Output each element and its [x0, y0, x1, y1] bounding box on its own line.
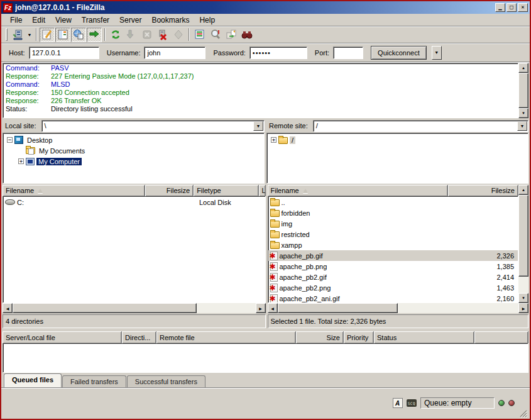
menu-bookmarks[interactable]: Bookmarks — [146, 14, 194, 26]
menu-server[interactable]: Server — [114, 14, 146, 26]
local-site-combo[interactable]: \ ▼ — [41, 120, 265, 132]
column-header-filesize[interactable]: Filesize — [145, 185, 194, 196]
toggle-remote-tree-button[interactable] — [71, 28, 86, 42]
synchronized-browsing-button[interactable] — [224, 28, 239, 42]
site-manager-dropdown[interactable]: ▼ — [26, 28, 33, 42]
toggle-transfer-queue-button[interactable] — [87, 28, 102, 42]
remote-hscrollbar[interactable]: ◀ ▶ — [268, 303, 529, 313]
file-row-selected[interactable]: apache_pb.gif2,326 — [268, 250, 518, 261]
file-row[interactable]: .. — [268, 197, 518, 207]
file-row[interactable]: img — [268, 218, 518, 229]
log-text: 150 Connection accepted — [51, 89, 129, 97]
log-scrollbar[interactable]: ▲ ▼ — [518, 63, 528, 118]
remote-tree[interactable]: + / — [266, 133, 528, 184]
scroll-left-icon[interactable]: ◀ — [3, 303, 13, 313]
local-tree[interactable]: − Desktop My Documents + My Computer — [3, 133, 265, 184]
toggle-local-tree-button[interactable] — [55, 28, 70, 42]
menu-help[interactable]: Help — [194, 14, 220, 26]
column-header-filetype[interactable]: Filetype — [194, 185, 258, 196]
remote-file-list[interactable]: .. forbidden img restricted xampp apache… — [268, 196, 519, 303]
port-input[interactable] — [333, 47, 363, 59]
host-input[interactable]: 127.0.0.1 — [29, 47, 99, 59]
file-row[interactable]: restricted — [268, 229, 518, 240]
column-header-size[interactable]: Size — [296, 331, 344, 343]
scrollbar-thumb[interactable] — [13, 303, 197, 313]
speed-limit-indicator[interactable]: SCQ — [407, 399, 417, 407]
toggle-message-log-button[interactable] — [40, 28, 55, 42]
local-list-header: Filename Filesize Filetype L — [3, 185, 266, 196]
find-files-button[interactable] — [239, 28, 255, 42]
column-header-server-local-file[interactable]: Server/Local file — [3, 331, 122, 343]
chevron-down-icon[interactable]: ▼ — [253, 121, 263, 131]
scroll-left-icon[interactable]: ◀ — [268, 303, 278, 313]
column-header-priority[interactable]: Priority — [344, 331, 374, 343]
menu-file[interactable]: File — [5, 14, 27, 26]
menu-view[interactable]: View — [50, 14, 77, 26]
tab-successful-transfers[interactable]: Successful transfers — [127, 375, 205, 387]
tree-item-root[interactable]: + / — [267, 135, 528, 145]
scroll-down-icon[interactable]: ▼ — [518, 108, 528, 118]
toolbar-grip[interactable] — [6, 28, 8, 41]
file-row[interactable]: apache_pb.png1,385 — [268, 261, 518, 272]
directory-filters-button[interactable] — [192, 28, 207, 42]
queue-list[interactable] — [3, 343, 528, 373]
file-row[interactable]: xampp — [268, 240, 518, 250]
menu-edit[interactable]: Edit — [27, 14, 50, 26]
scroll-down-icon[interactable]: ▼ — [518, 293, 528, 303]
password-input[interactable]: •••••• — [249, 47, 307, 59]
tree-item-my-computer[interactable]: + My Computer — [3, 156, 264, 167]
local-hscrollbar[interactable]: ◀ ▶ — [3, 303, 266, 313]
resize-grip-icon[interactable] — [518, 409, 527, 417]
file-row[interactable]: apache_pb2.png1,463 — [268, 282, 518, 293]
message-log[interactable]: Command:PASV Response:227 Entering Passi… — [3, 63, 518, 118]
remote-site-combo[interactable]: / ▼ — [313, 120, 528, 132]
title-bar[interactable]: Fz john@127.0.0.1 - FileZilla ▁ □ ✕ — [1, 1, 530, 14]
scroll-right-icon[interactable]: ▶ — [256, 303, 266, 313]
maximize-button[interactable]: □ — [506, 3, 517, 12]
disconnect-button[interactable] — [155, 28, 170, 42]
local-file-list[interactable]: C: Local Disk — [3, 196, 266, 303]
expand-icon[interactable]: + — [18, 158, 24, 164]
scroll-up-icon[interactable]: ▲ — [518, 63, 528, 73]
process-queue-button[interactable] — [124, 28, 139, 42]
column-header-remote-file[interactable]: Remote file — [156, 331, 296, 343]
cancel-operation-button[interactable] — [140, 28, 155, 42]
tab-queued-files[interactable]: Queued files — [4, 373, 62, 387]
column-header-filesize[interactable]: Filesize — [448, 185, 519, 196]
scrollbar-thumb[interactable] — [278, 303, 398, 313]
scrollbar-thumb[interactable] — [518, 195, 528, 277]
chevron-down-icon[interactable]: ▼ — [517, 121, 527, 131]
quickconnect-dropdown[interactable]: ▼ — [432, 46, 442, 60]
scroll-up-icon[interactable]: ▲ — [518, 185, 528, 195]
tab-failed-transfers[interactable]: Failed transfers — [62, 375, 126, 387]
scroll-right-icon[interactable]: ▶ — [518, 303, 528, 313]
compare-directories-button[interactable] — [208, 28, 223, 42]
column-header-lastmodified[interactable]: L — [259, 185, 266, 196]
tree-item-desktop[interactable]: − Desktop — [3, 135, 264, 145]
column-label: Filetype — [197, 187, 221, 194]
remote-vscrollbar[interactable]: ▲ ▼ — [518, 185, 528, 303]
quickconnect-button[interactable]: Quickconnect — [371, 46, 427, 60]
log-line: Response:227 Entering Passive Mode (127,… — [6, 72, 518, 80]
menu-transfer[interactable]: Transfer — [77, 14, 114, 26]
data-type-indicator[interactable]: A — [393, 398, 403, 408]
refresh-button[interactable] — [108, 28, 123, 42]
minimize-button[interactable]: ▁ — [495, 3, 505, 12]
column-header-filename[interactable]: Filename — [3, 185, 145, 196]
expand-icon[interactable]: + — [271, 137, 276, 143]
collapse-icon[interactable]: − — [7, 137, 13, 143]
tree-item-my-documents[interactable]: My Documents — [3, 145, 264, 156]
column-header-status[interactable]: Status — [374, 331, 474, 343]
username-input[interactable]: john — [144, 47, 205, 59]
file-row[interactable]: apache_pb2.gif2,414 — [268, 272, 518, 282]
site-manager-button[interactable] — [10, 28, 25, 42]
reconnect-button[interactable] — [171, 28, 186, 42]
column-header-empty[interactable] — [474, 331, 528, 343]
close-button[interactable]: ✕ — [518, 3, 528, 12]
scrollbar-thumb[interactable] — [518, 73, 528, 108]
column-header-filename[interactable]: Filename — [268, 185, 448, 196]
file-row[interactable]: apache_pb2_ani.gif2,160 — [268, 293, 518, 303]
column-header-direction[interactable]: Directi... — [122, 331, 156, 343]
file-row-c-drive[interactable]: C: Local Disk — [3, 197, 265, 207]
file-row[interactable]: forbidden — [268, 207, 518, 218]
